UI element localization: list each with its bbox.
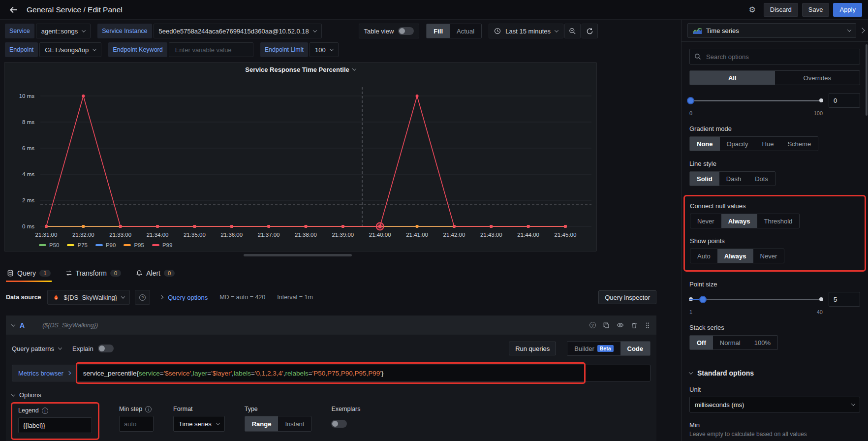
series-point	[564, 225, 567, 228]
service-select[interactable]: agent::songs	[36, 24, 91, 38]
exemplars-toggle[interactable]	[331, 420, 347, 428]
option-threshold[interactable]: Threshold	[757, 214, 800, 228]
chevron-down-icon	[689, 370, 693, 374]
legend-item-P99[interactable]: P99	[152, 242, 172, 248]
legend-label: P75	[77, 242, 87, 248]
time-range-picker[interactable]: Last 15 minutes	[489, 24, 563, 38]
service-instance-select[interactable]: 5eed0e5758a244aca6e7699415d360aa@10.52.0…	[154, 24, 322, 38]
query-row-header[interactable]: A (${DS_SkyWalking}) ?	[6, 315, 656, 335]
scrollbar[interactable]	[866, 44, 868, 116]
fill-option[interactable]: Fill	[427, 24, 450, 38]
table-view-toggle[interactable]	[398, 27, 414, 35]
legend-input[interactable]	[18, 417, 92, 433]
option-range[interactable]: Range	[245, 416, 279, 431]
search-options-input[interactable]	[705, 53, 855, 61]
option-auto[interactable]: Auto	[690, 249, 717, 263]
copy-icon[interactable]	[603, 322, 610, 329]
min-step-input[interactable]	[119, 416, 154, 432]
unit-select[interactable]: milliseconds (ms)	[689, 397, 860, 412]
option-normal[interactable]: Normal	[713, 336, 747, 349]
min-step-label: Min step	[119, 406, 142, 412]
query-expression[interactable]: service_percentile{service='$service', l…	[78, 365, 651, 381]
gear-icon[interactable]: ⚙	[745, 3, 760, 17]
option-dots[interactable]: Dots	[748, 172, 775, 186]
endpoint-keyword-input[interactable]	[174, 46, 248, 54]
tab-all[interactable]: All	[690, 71, 775, 85]
option-off[interactable]: Off	[690, 336, 713, 349]
option-hue[interactable]: Hue	[755, 137, 781, 151]
gradient-mode-group: NoneOpacityHueScheme	[689, 136, 818, 151]
query-options-link[interactable]: Query options	[168, 294, 208, 301]
endpoint-limit-select[interactable]: 100	[310, 42, 339, 57]
time-range-label: Last 15 minutes	[505, 28, 551, 35]
chevron-down-icon	[93, 47, 96, 51]
legend-item-P90[interactable]: P90	[95, 242, 116, 248]
service-value: agent::songs	[41, 28, 78, 35]
refresh-button[interactable]	[582, 24, 598, 38]
apply-button[interactable]: Apply	[833, 3, 862, 17]
metrics-browser-button[interactable]: Metrics browser	[12, 365, 77, 381]
panel-resize-handle[interactable]	[244, 254, 352, 256]
drag-handle-icon[interactable]	[645, 322, 651, 329]
builder-option[interactable]: BuilderBeta	[567, 342, 620, 355]
eye-icon[interactable]	[617, 321, 624, 329]
option-none[interactable]: None	[690, 137, 720, 151]
discard-button[interactable]: Discard	[764, 3, 798, 17]
legend-item-P95[interactable]: P95	[124, 242, 144, 248]
query-patterns-button[interactable]: Query patterns	[12, 345, 62, 352]
legend-label: P50	[49, 242, 59, 248]
tab-overrides[interactable]: Overrides	[775, 71, 860, 85]
slider-min-label: 1	[689, 309, 692, 315]
chart-svg[interactable]: 0 ms2 ms4 ms6 ms8 ms10 ms21:31:0021:32:0…	[6, 76, 595, 241]
collapse-pane-icon[interactable]	[859, 28, 865, 33]
visualization-select[interactable]: Time series	[687, 23, 856, 38]
query-editor-row-a: A (${DS_SkyWalking}) ? Query patterns	[6, 315, 656, 441]
interval-text: Interval = 1m	[277, 294, 313, 301]
format-select[interactable]: Time series	[173, 416, 225, 432]
datasource-help-button[interactable]: ?	[135, 290, 150, 305]
hover-point	[378, 225, 382, 228]
option-instant[interactable]: Instant	[278, 416, 311, 431]
option-never[interactable]: Never	[753, 249, 784, 263]
help-icon[interactable]: ?	[589, 322, 596, 328]
option-always[interactable]: Always	[721, 214, 757, 228]
code-option[interactable]: Code	[620, 342, 651, 355]
point-size-value[interactable]: 5	[829, 292, 860, 307]
zoom-out-button[interactable]	[564, 24, 581, 38]
slider-thumb[interactable]	[699, 296, 707, 303]
tab-query[interactable]: Query 1	[6, 269, 52, 282]
slider-thumb[interactable]	[687, 97, 694, 104]
option-100-[interactable]: 100%	[747, 336, 777, 349]
legend-item-P50[interactable]: P50	[39, 242, 59, 248]
table-view-control: Table view	[359, 24, 420, 38]
highlight-box: Connect null values NeverAlwaysThreshold…	[683, 195, 866, 272]
point-size-slider[interactable]	[689, 299, 823, 300]
option-always[interactable]: Always	[717, 249, 753, 263]
standard-options-header[interactable]: Standard options	[689, 369, 860, 377]
legend-item-P75[interactable]: P75	[67, 242, 87, 248]
option-dash[interactable]: Dash	[719, 172, 748, 186]
min-label: Min	[689, 421, 860, 429]
endpoint-select[interactable]: GET:/songs/top	[39, 42, 101, 57]
option-never[interactable]: Never	[690, 214, 721, 228]
fill-opacity-value[interactable]: 0	[829, 93, 860, 108]
save-button[interactable]: Save	[802, 3, 830, 17]
datasource-select[interactable]: ${DS_SkyWalking}	[47, 290, 130, 305]
options-collapse-header[interactable]: Options	[12, 391, 651, 399]
option-opacity[interactable]: Opacity	[720, 137, 755, 151]
tab-transform[interactable]: Transform 0	[64, 269, 123, 282]
chevron-down-icon	[11, 322, 15, 326]
run-queries-button[interactable]: Run queries	[509, 342, 556, 355]
option-solid[interactable]: Solid	[690, 172, 719, 186]
fill-opacity-slider[interactable]	[689, 100, 823, 101]
chevron-down-icon	[82, 28, 86, 32]
option-scheme[interactable]: Scheme	[780, 137, 818, 151]
query-inspector-button[interactable]: Query inspector	[598, 290, 656, 304]
back-arrow-icon[interactable]	[6, 2, 22, 18]
explain-toggle[interactable]	[98, 345, 114, 352]
tab-alert[interactable]: Alert 0	[135, 269, 176, 282]
type-field: Type RangeInstant	[245, 406, 312, 432]
actual-option[interactable]: Actual	[450, 24, 481, 38]
trash-icon[interactable]	[631, 322, 638, 329]
panel-title-menu[interactable]: Service Response Time Percentile	[4, 63, 596, 76]
